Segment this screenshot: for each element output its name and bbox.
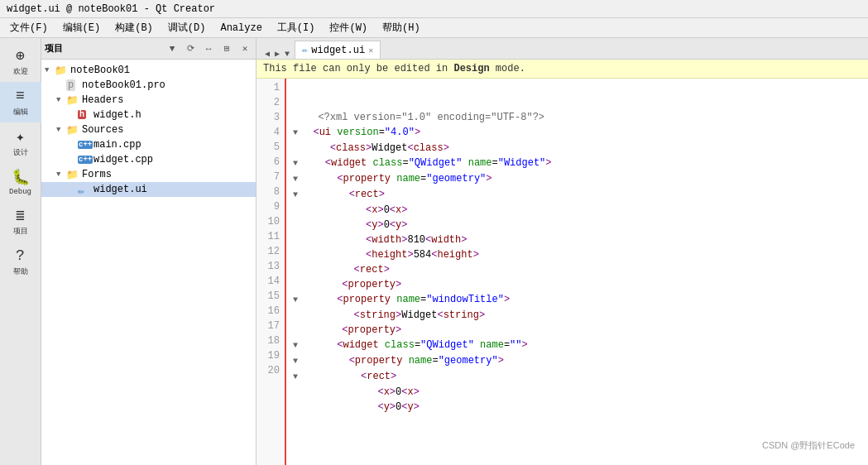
notice-bold: Design xyxy=(453,63,489,74)
code-line-9: <width>810<width> xyxy=(293,232,861,247)
fold-arrow-17[interactable]: ▼ xyxy=(293,357,298,366)
menu-item-f[interactable]: 文件(F) xyxy=(3,19,55,36)
code-line-14: <string>Widget<string> xyxy=(293,308,861,323)
cpp-icon: c++ xyxy=(78,141,93,149)
sidebar-icon-help[interactable]: ? 帮助 xyxy=(0,242,41,282)
tree-file-icon-sources: 📁 xyxy=(66,124,79,136)
line-num-18: 18 xyxy=(257,333,280,348)
menu-item-e[interactable]: 编辑(E) xyxy=(56,19,108,36)
watermark: CSDN @野指针ECode xyxy=(762,439,855,452)
tree-label-maincpp: main.cpp xyxy=(94,139,141,151)
tab-prev-btn[interactable]: ◀ xyxy=(263,49,271,59)
menubar: 文件(F)编辑(E)构建(B)调试(D)Analyze工具(I)控件(W)帮助(… xyxy=(0,18,868,38)
tab-label: widget.ui xyxy=(311,45,365,56)
line-num-19: 19 xyxy=(257,348,280,363)
tree-item-forms[interactable]: ▼ 📁 Forms xyxy=(41,167,256,182)
title-text: widget.ui @ noteBook01 - Qt Creator xyxy=(7,3,215,15)
line-num-15: 15 xyxy=(257,289,280,304)
tree-item-widgeth[interactable]: h widget.h xyxy=(41,108,256,122)
tree-item-widgetcpp[interactable]: c++ widget.cpp xyxy=(41,152,256,167)
tree-item-pro[interactable]: p noteBook01.pro xyxy=(41,78,256,93)
fold-arrow-5[interactable]: ▼ xyxy=(293,175,298,184)
tree-item-sources[interactable]: ▼ 📁 Sources xyxy=(41,122,256,137)
sync-btn[interactable]: ↔ xyxy=(201,41,216,56)
project-title: 项目 xyxy=(45,42,161,55)
menu-item-analyze[interactable]: Analyze xyxy=(213,21,268,36)
code-line-10: <height>584<height> xyxy=(293,247,861,262)
tree-arrow-headers: ▼ xyxy=(56,96,66,104)
tree-label-root: noteBook01 xyxy=(70,65,130,76)
sidebar-label-edit: 编辑 xyxy=(13,107,28,117)
fold-arrow-6[interactable]: ▼ xyxy=(293,190,298,199)
menu-item-b[interactable]: 构建(B) xyxy=(108,19,160,36)
fold-arrow-16[interactable]: ▼ xyxy=(293,341,298,350)
tab-menu-btn[interactable]: ▼ xyxy=(283,50,291,59)
notice-text: This file can only be edited in Design m… xyxy=(263,63,525,74)
line-num-5: 5 xyxy=(257,140,280,155)
fold-arrow-2[interactable]: ▼ xyxy=(293,128,298,137)
menu-item-w[interactable]: 控件(W) xyxy=(323,19,374,36)
sidebar-icon-edit[interactable]: ≡ 编辑 xyxy=(0,82,41,122)
menu-item-i[interactable]: 工具(I) xyxy=(271,19,322,36)
tree-label-forms: Forms xyxy=(82,169,112,180)
h-icon: h xyxy=(78,110,86,119)
tree-arrow-sources: ▼ xyxy=(56,126,66,134)
code-content[interactable]: <?xml version="1.0" encoding="UTF-8"?>▼ … xyxy=(286,79,868,465)
code-line-20: <y>0<y> xyxy=(293,400,861,415)
line-num-17: 17 xyxy=(257,319,280,333)
code-line-7: <x>0<x> xyxy=(293,203,861,218)
project-icon: ≣ xyxy=(12,206,30,224)
expand-btn[interactable]: ⊞ xyxy=(219,41,234,56)
link-btn[interactable]: ⟳ xyxy=(183,41,198,56)
fold-arrow-13[interactable]: ▼ xyxy=(293,295,298,304)
code-line-11: <rect> xyxy=(293,262,861,277)
code-line-15: <property> xyxy=(293,323,861,338)
sidebar-icon-debug[interactable]: 🐛 Debug xyxy=(0,163,41,201)
code-line-13: ▼ <property name="windowTitle"> xyxy=(293,292,861,308)
edit-icon: ≡ xyxy=(12,87,30,105)
tree-label-pro: noteBook01.pro xyxy=(82,79,165,91)
close-panel-btn[interactable]: ✕ xyxy=(237,41,252,56)
tab-close-btn[interactable]: ✕ xyxy=(368,46,373,55)
filter-btn[interactable]: ▼ xyxy=(165,41,180,56)
folder-icon: 📁 xyxy=(66,125,79,137)
widget-ui-tab[interactable]: ✏ widget.ui ✕ xyxy=(295,41,381,59)
code-line-3: <class>Widget<class> xyxy=(293,141,861,156)
folder-icon: 📁 xyxy=(66,170,79,181)
project-icon: 📁 xyxy=(55,65,67,77)
line-num-2: 2 xyxy=(257,95,280,110)
code-line-4: ▼ <widget class="QWidget" name="Widget"> xyxy=(293,156,861,171)
tree-item-widgetui[interactable]: ✏ widget.ui xyxy=(41,182,256,197)
menu-item-h[interactable]: 帮助(H) xyxy=(376,19,427,36)
sidebar-icon-project[interactable]: ≣ 项目 xyxy=(0,201,41,242)
line-num-11: 11 xyxy=(257,229,280,244)
code-editor[interactable]: 1234567891011121314151617181920 <?xml ve… xyxy=(257,79,868,465)
pro-icon: p xyxy=(66,79,75,91)
tree-file-icon-pro: p xyxy=(66,79,79,91)
menu-item-d[interactable]: 调试(D) xyxy=(161,19,213,36)
line-num-10: 10 xyxy=(257,214,280,229)
project-panel: 项目 ▼ ⟳ ↔ ⊞ ✕ ▼ 📁 noteBook01 p noteBook01… xyxy=(41,38,257,465)
cpp-icon: c++ xyxy=(78,156,93,164)
tree-item-headers[interactable]: ▼ 📁 Headers xyxy=(41,93,256,108)
fold-arrow-18[interactable]: ▼ xyxy=(293,372,298,381)
tree-item-maincpp[interactable]: c++ main.cpp xyxy=(41,137,256,152)
main-layout: ⊕ 欢迎 ≡ 编辑 ✦ 设计 🐛 Debug ≣ 项目 ? 帮助 项目 ▼ ⟳ … xyxy=(0,38,868,465)
tree-arrow-root: ▼ xyxy=(45,66,55,74)
tab-nav: ◀ ▶ ▼ xyxy=(260,49,295,59)
tree-file-icon-widgeth: h xyxy=(78,109,91,121)
line-num-9: 9 xyxy=(257,199,280,214)
tree-file-icon-widgetui: ✏ xyxy=(78,184,91,195)
tab-next-btn[interactable]: ▶ xyxy=(273,49,281,59)
titlebar: widget.ui @ noteBook01 - Qt Creator xyxy=(0,0,868,18)
fold-arrow-4[interactable]: ▼ xyxy=(293,159,298,168)
tab-icon: ✏ xyxy=(302,44,308,56)
project-toolbar: 项目 ▼ ⟳ ↔ ⊞ ✕ xyxy=(41,38,256,60)
sidebar-icon-welcome[interactable]: ⊕ 欢迎 xyxy=(0,41,41,82)
tree-item-root[interactable]: ▼ 📁 noteBook01 xyxy=(41,63,256,78)
editor-area: ◀ ▶ ▼ ✏ widget.ui ✕ This file can only b… xyxy=(257,38,868,465)
line-num-3: 3 xyxy=(257,110,280,125)
line-numbers: 1234567891011121314151617181920 xyxy=(257,79,286,465)
code-line-1: <?xml version="1.0" encoding="UTF-8"?> xyxy=(293,110,861,125)
sidebar-icon-design[interactable]: ✦ 设计 xyxy=(0,122,41,163)
